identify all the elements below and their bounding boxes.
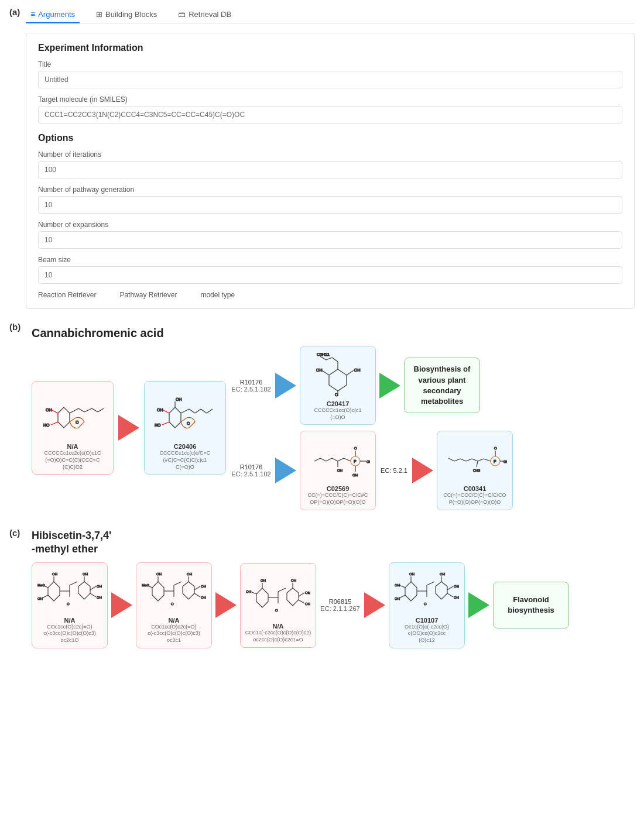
molecule-svg-area-c20417: OH OH C5H11 O [303, 351, 373, 398]
model-type-label: model type [200, 291, 235, 299]
svg-line-19 [201, 409, 207, 413]
svg-text:OH: OH [354, 368, 361, 372]
arrow-red-1 [118, 415, 139, 441]
svg-marker-120 [405, 582, 417, 601]
svg-text:OH: OH [440, 572, 445, 576]
molecule-structure-c00341: P O OH [443, 438, 507, 482]
svg-line-20 [207, 409, 213, 413]
molecule-smiles-c2: COc1cc(O)c2c(=O)c(-c3cc(O)c(O)c(O)c3)oc2… [148, 624, 200, 644]
svg-line-10 [98, 408, 104, 412]
molecule-smiles-c1: COc1cc(O)c2c(=O)c(-c3cc(O)c(O)c(O)c3)oc2… [43, 624, 96, 644]
pathway-b-container: OH HO O [32, 346, 635, 510]
svg-line-65 [477, 461, 478, 467]
svg-text:MeO: MeO [37, 583, 45, 587]
svg-text:O: O [354, 447, 357, 450]
svg-text:OMe: OMe [454, 585, 459, 588]
title-label: Title [38, 60, 622, 68]
svg-line-63 [454, 459, 460, 461]
tab-retrieval-db[interactable]: 🗃 Retrieval DB [173, 6, 236, 23]
tab-arguments[interactable]: ≡ Arguments [26, 6, 80, 23]
svg-text:OH: OH [176, 397, 182, 401]
expansions-label: Number of expansions [38, 221, 622, 229]
beam-size-input[interactable] [38, 266, 622, 284]
svg-text:OH: OH [83, 572, 88, 576]
molecule-c3-structure: OH OH OH OMe OH O [246, 575, 310, 619]
pathway-gen-input[interactable] [38, 196, 622, 214]
svg-text:OH: OH [52, 572, 57, 576]
smiles-input[interactable] [38, 106, 622, 123]
arrow-blue-top [275, 373, 296, 399]
building-blocks-icon: ⊞ [96, 10, 102, 19]
ec-label-52: EC: 5.2.1 [379, 467, 409, 474]
molecule-card-c20417: OH OH C5H11 O [300, 346, 376, 425]
svg-line-16 [181, 409, 189, 413]
svg-text:O: O [67, 602, 70, 606]
svg-marker-24 [329, 369, 347, 391]
title-input[interactable] [38, 71, 622, 88]
svg-line-12 [162, 410, 169, 413]
molecule-structure-na: OH HO O [40, 396, 105, 439]
svg-line-31 [326, 358, 332, 360]
svg-text:O: O [187, 421, 190, 425]
tab-bar: ≡ Arguments ⊞ Building Blocks 🗃 Retrieva… [26, 6, 635, 23]
expansions-input[interactable] [38, 231, 622, 249]
svg-line-30 [332, 358, 338, 362]
svg-text:OH: OH [97, 596, 102, 599]
reaction-id-c: R06815 [329, 598, 352, 605]
pathway-c-container: OH MeO OH OH OH OH [32, 562, 635, 648]
svg-text:O: O [76, 420, 79, 424]
bottom-branch: R10176 EC: 2.5.1.102 [231, 431, 513, 510]
svg-text:OH: OH [37, 597, 43, 600]
molecule-id-c2: N/A [169, 617, 180, 624]
molecule-smiles-na: CCCCCc1cc2c(c(O)c1C(=O)O)C=C(C)(CCC=C(C)… [44, 450, 101, 470]
svg-text:OH: OH [46, 408, 52, 412]
svg-line-64 [448, 458, 454, 461]
svg-text:O: O [494, 447, 497, 450]
section-a-label: (a) [9, 7, 21, 17]
svg-marker-0 [58, 407, 70, 428]
reaction-label-bottom: R10176 EC: 2.5.1.102 [231, 463, 272, 478]
svg-line-1 [51, 410, 58, 413]
beam-size-label: Beam size [38, 256, 622, 264]
molecule-smiles-c02569: CC(=)=CCC/C(C)=C/C#COP(=O)(O)OP(=O)(O)O [308, 492, 368, 506]
svg-text:OMe: OMe [305, 591, 310, 595]
svg-text:P: P [494, 459, 496, 463]
iterations-input[interactable] [38, 161, 622, 178]
molecule-structure-c02569: P O OH OH [306, 438, 370, 482]
svg-text:O: O [171, 602, 174, 606]
molecule-c2-structure: OH MeO OH OH OH O [142, 569, 206, 613]
molecule-structure-c20406: OH HO O OH [153, 396, 217, 439]
top-branch: R10176 EC: 2.5.1.102 [231, 346, 513, 425]
part-c-section: (c) Hibiscetin-3,7,4'-methyl ether [0, 516, 644, 654]
svg-line-47 [326, 458, 332, 461]
arguments-icon: ≡ [30, 9, 35, 19]
svg-text:OH: OH [187, 572, 192, 576]
svg-line-9 [92, 408, 98, 412]
svg-marker-121 [436, 582, 447, 599]
svg-line-134 [447, 586, 453, 590]
reaction-ec-c: EC: 2.1.1.267 [320, 605, 359, 612]
molecule-id-c20406: C20406 [174, 443, 197, 450]
molecule-svg-area-c2: OH MeO OH OH OH O [139, 568, 209, 614]
molecule-svg-area-c00341: P O OH [440, 436, 510, 483]
molecule-svg-area-c02569: P O OH OH [303, 436, 373, 483]
molecule-smiles-c20417: CCCCCc1cc(O)c(c1(=O)O [314, 407, 362, 421]
molecule-c10107-structure: OH OH OH OH OMe OH [395, 569, 459, 613]
molecule-card-c02569: P O OH OH [300, 431, 376, 510]
molecule-id-c10107: C10107 [416, 617, 439, 624]
svg-line-61 [466, 459, 472, 461]
molecule-smiles-c20406: CCCCCc1cc(c)c/C=C(#C)C=C(C)C(c)c1C(=O)O [160, 450, 211, 470]
svg-line-91 [174, 582, 181, 585]
tab-building-blocks-label: Building Blocks [105, 10, 157, 19]
svg-line-27 [347, 370, 354, 375]
tab-building-blocks[interactable]: ⊞ Building Blocks [91, 6, 162, 23]
molecule-smiles-c10107: Oc1c(O)c(-c2cc(O)c(OC)cc(O)c2cc(O)c12 [405, 624, 449, 644]
arrow-green-c [468, 592, 489, 618]
svg-line-128 [399, 585, 405, 588]
svg-line-44 [344, 458, 351, 461]
svg-text:OH: OH [409, 572, 415, 576]
svg-text:OH: OH [97, 585, 102, 588]
svg-marker-86 [152, 582, 164, 601]
svg-text:OH: OH [305, 602, 310, 606]
svg-text:O: O [335, 393, 338, 397]
